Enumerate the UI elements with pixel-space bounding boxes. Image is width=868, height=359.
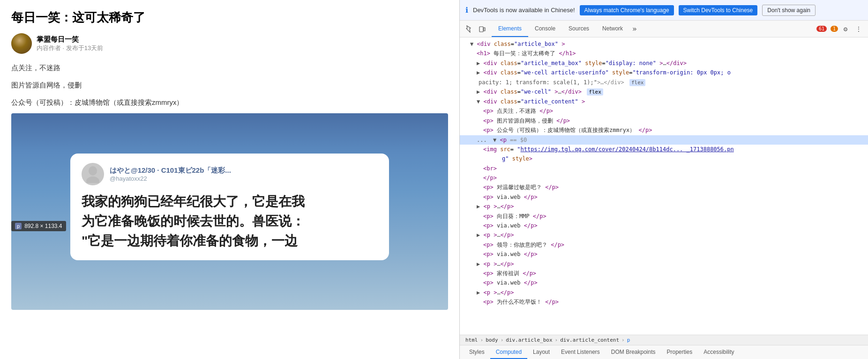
tooltip-dimensions: 892.8 × 1133.4 bbox=[24, 223, 62, 229]
tab-computed[interactable]: Computed bbox=[490, 345, 527, 359]
elements-panel: ▼ <div class="article_box" > <h1> 每日一笑：这… bbox=[460, 37, 868, 335]
tweet-user-info: はやと@12/30 · C101東ビ22b「迷彩... @hayatoxx22 bbox=[110, 166, 378, 182]
svg-point-0 bbox=[89, 166, 97, 176]
article-image-section: p 892.8 × 1133.4 はやと@12/30 · C101東ビ22b「迷… bbox=[11, 113, 448, 310]
notification-text: DevTools is now available in Chinese! bbox=[473, 7, 575, 14]
avatar bbox=[11, 33, 32, 54]
tweet-avatar bbox=[82, 163, 104, 185]
element-tooltip: p 892.8 × 1133.4 bbox=[11, 221, 66, 231]
more-options-icon[interactable]: ⋮ bbox=[853, 23, 864, 35]
tweet-text: 我家的狗狗已经年纪很大了，它是在我 为它准备晚饭的时候去世的。兽医说： "它是一… bbox=[82, 192, 378, 251]
author-section: 掌盟每日一笑 内容作者 · 发布于13天前 bbox=[11, 33, 448, 54]
dont-show-again-button[interactable]: Don't show again bbox=[762, 5, 816, 16]
author-meta: 内容作者 · 发布于13天前 bbox=[37, 44, 103, 52]
html-line[interactable]: <p> via.web </p> bbox=[460, 192, 868, 202]
tab-styles[interactable]: Styles bbox=[464, 345, 490, 359]
devtools-toolbar: Elements Console Sources Network » 61 1 … bbox=[460, 21, 868, 37]
tweet-handle: @hayatoxx22 bbox=[110, 175, 378, 182]
html-line[interactable]: <p> 领导：你故意的吧？ </p> bbox=[460, 240, 868, 249]
error-badge: 61 bbox=[816, 26, 827, 32]
html-line[interactable]: <p> 向日葵：MMP </p> bbox=[460, 212, 868, 221]
tweet-username: はやと@12/30 · C101東ビ22b「迷彩... bbox=[110, 166, 378, 175]
article-image: はやと@12/30 · C101東ビ22b「迷彩... @hayatoxx22 … bbox=[11, 113, 448, 310]
switch-devtools-button[interactable]: Switch DevTools to Chinese bbox=[679, 5, 758, 15]
article-desc-1: 点关注，不迷路 bbox=[11, 61, 448, 74]
tweet-card: はやと@12/30 · C101東ビ22b「迷彩... @hayatoxx22 … bbox=[70, 154, 389, 260]
tab-accessibility[interactable]: Accessibility bbox=[698, 345, 740, 359]
html-line-selected[interactable]: ... ▼ <p == $0 bbox=[460, 135, 868, 145]
breadcrumb-article-content[interactable]: div.article_content bbox=[558, 336, 621, 344]
devtools-panel: ℹ DevTools is now available in Chinese! … bbox=[459, 0, 868, 359]
devtools-bottom-tabs: Styles Computed Layout Event Listeners D… bbox=[460, 345, 868, 359]
warning-badge: 1 bbox=[831, 26, 838, 32]
html-line[interactable]: ▶ <p >…</p> bbox=[460, 230, 868, 240]
tab-console[interactable]: Console bbox=[528, 21, 562, 37]
html-line[interactable]: <img src= "https://img.tgl.qq.com/cover/… bbox=[460, 145, 868, 154]
html-line[interactable]: <p> via.web </p> bbox=[460, 249, 868, 259]
html-line[interactable]: ▼ <div class="article_box" > bbox=[460, 39, 868, 49]
device-icon[interactable] bbox=[477, 23, 488, 35]
html-line[interactable]: ▶ <div class="article_meta_box" style="d… bbox=[460, 59, 868, 68]
devtools-notification: ℹ DevTools is now available in Chinese! … bbox=[460, 0, 868, 21]
html-line[interactable]: <p> via.web </p> bbox=[460, 221, 868, 230]
html-line[interactable]: ▶ <div class="we-cell" >…</div> flex bbox=[460, 87, 868, 97]
html-line[interactable]: <p> 公众号（可投稿）：皮城博物馆（或直接搜索zmmryx） </p> bbox=[460, 125, 868, 135]
article-desc-2: 图片皆源自网络，侵删 bbox=[11, 79, 448, 91]
toolbar-icons bbox=[460, 23, 492, 35]
author-name: 掌盟每日一笑 bbox=[37, 35, 103, 44]
html-line[interactable]: ▶ <p >…</p> bbox=[460, 288, 868, 297]
html-line[interactable]: <p> 对温馨过敏是吧？ </p> bbox=[460, 183, 868, 192]
tab-network[interactable]: Network bbox=[596, 21, 629, 37]
breadcrumb-body[interactable]: body bbox=[484, 336, 500, 344]
tab-elements[interactable]: Elements bbox=[492, 21, 528, 37]
html-line[interactable]: ▶ <p >…</p> bbox=[460, 202, 868, 211]
devtools-breadcrumb: html › body › div.article_box › div.arti… bbox=[460, 335, 868, 345]
inspect-icon[interactable] bbox=[464, 23, 475, 35]
tab-dom-breakpoints[interactable]: DOM Breakpoints bbox=[606, 345, 661, 359]
html-line[interactable]: <p> 家传祖训 </p> bbox=[460, 269, 868, 278]
settings-icon[interactable]: ⚙ bbox=[840, 23, 851, 35]
svg-rect-3 bbox=[484, 28, 485, 31]
html-line: pacity: 1; transform: scale(1, 1);">…</d… bbox=[460, 78, 868, 88]
article-panel: 每日一笑：这可太稀奇了 掌盟每日一笑 内容作者 · 发布于13天前 点关注，不迷… bbox=[0, 0, 459, 359]
tab-layout[interactable]: Layout bbox=[527, 345, 555, 359]
devtools-tabs: Elements Console Sources Network » bbox=[492, 21, 811, 37]
svg-point-1 bbox=[86, 176, 99, 183]
html-line[interactable]: <p> 为什么不吃早饭！ </p> bbox=[460, 297, 868, 307]
html-line[interactable]: <p> 点关注，不迷路 </p> bbox=[460, 106, 868, 116]
html-line[interactable]: ▶ <p >…</p> bbox=[460, 259, 868, 269]
svg-rect-2 bbox=[479, 27, 483, 32]
tab-sources[interactable]: Sources bbox=[562, 21, 596, 37]
match-language-button[interactable]: Always match Chrome's language bbox=[580, 5, 674, 15]
tooltip-tag: p bbox=[15, 223, 22, 229]
tweet-header: はやと@12/30 · C101東ビ22b「迷彩... @hayatoxx22 bbox=[82, 163, 378, 185]
html-line[interactable]: <p> 图片皆源自网络，侵删 </p> bbox=[460, 116, 868, 125]
breadcrumb-p[interactable]: p bbox=[625, 336, 632, 344]
author-info: 掌盟每日一笑 内容作者 · 发布于13天前 bbox=[37, 35, 103, 52]
article-title: 每日一笑：这可太稀奇了 bbox=[11, 9, 448, 26]
breadcrumb-html[interactable]: html bbox=[464, 336, 480, 344]
breadcrumb-article-box[interactable]: div.article_box bbox=[504, 336, 554, 344]
html-line[interactable]: <br> bbox=[460, 164, 868, 173]
tab-properties[interactable]: Properties bbox=[661, 345, 698, 359]
info-icon: ℹ bbox=[465, 6, 468, 15]
html-line: g" style> bbox=[460, 154, 868, 163]
html-line[interactable]: <h1> 每日一笑：这可太稀奇了 </h1> bbox=[460, 49, 868, 58]
html-line[interactable]: ▼ <div class="article_content" > bbox=[460, 97, 868, 106]
article-desc-3: 公众号（可投稿）：皮城博物馆（或直接搜索zmmryx） bbox=[11, 96, 448, 109]
html-line[interactable]: <p> via.web </p> bbox=[460, 278, 868, 287]
html-line[interactable]: </p> bbox=[460, 173, 868, 183]
tab-more-icon[interactable]: » bbox=[629, 24, 640, 33]
html-line[interactable]: ▶ <div class="we-cell article-userinfo" … bbox=[460, 68, 868, 77]
toolbar-right: 61 1 ⚙ ⋮ bbox=[811, 23, 868, 35]
tab-event-listeners[interactable]: Event Listeners bbox=[555, 345, 606, 359]
